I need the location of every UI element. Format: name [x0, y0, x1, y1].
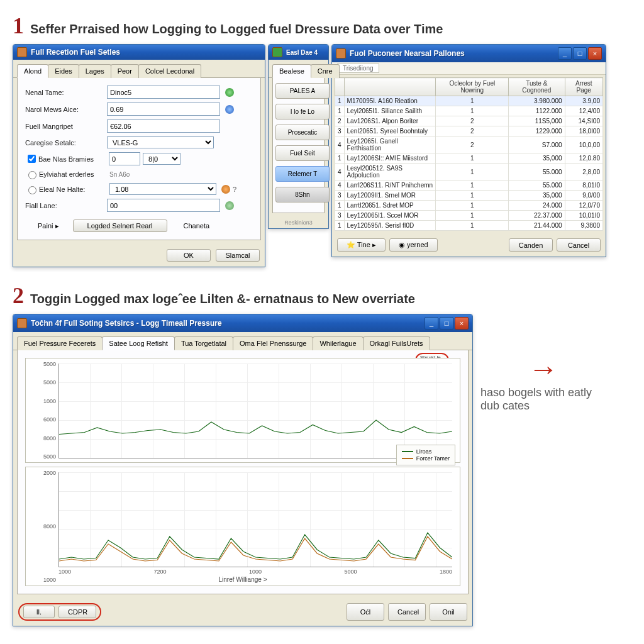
table-row[interactable]: 1M170095I. A160 Rieation13.980.0003.9,00	[335, 96, 603, 106]
ok-button[interactable]: OK	[167, 249, 211, 262]
fuell-mangripet-label: Fuell Mangripet	[25, 123, 107, 130]
table-row[interactable]: 3LenI20651. Syreel Boohntaly21229.00018,…	[335, 126, 603, 136]
odl-button[interactable]: Oćl	[347, 603, 384, 621]
tine-button[interactable]: ⭐ Tine ▸	[337, 238, 386, 252]
canden-button[interactable]: Canden	[509, 238, 553, 252]
col-header[interactable]	[344, 78, 436, 96]
slamcal-button[interactable]: Slamcal	[216, 249, 260, 262]
table-row[interactable]: 1Ley120595/I. Serisl fI0D121.44.0009,380…	[335, 221, 603, 231]
close-button[interactable]: ×	[588, 47, 602, 60]
eleal-label: Eleal Ne Halte:	[39, 186, 109, 193]
paini-link[interactable]: Paini ▸	[38, 222, 59, 230]
tab-tua-torgetlatal[interactable]: Tua Torgetlatal	[174, 336, 233, 350]
maximize-button[interactable]: □	[440, 317, 453, 330]
col-header[interactable]: Arrest Page	[565, 78, 602, 96]
tab-colcel-lecdonal[interactable]: Colcel Lecdonal	[138, 64, 201, 78]
table-row[interactable]: 1Lay12006SI:: AMIE Miisstord135,00012,0.…	[335, 153, 603, 164]
eywahat-radio[interactable]	[28, 171, 36, 179]
warn-icon[interactable]	[221, 185, 230, 194]
table-row[interactable]: 4LesyI200512. SA9S Adpoluction155.0002,8…	[335, 164, 603, 180]
maximize-button[interactable]: □	[573, 47, 587, 60]
fuel-settings-window: Full Recetion Fuel Setles AlondEidesLage…	[13, 44, 265, 267]
eleal-select[interactable]: 1.08	[109, 183, 216, 195]
close-button[interactable]: ×	[455, 317, 469, 330]
bae-mias-check[interactable]	[28, 155, 36, 163]
side-pales-a[interactable]: PALES A	[275, 83, 330, 99]
refresh-icon[interactable]	[225, 201, 234, 210]
legend: Liroas Forcer Tamer	[396, 445, 455, 465]
step2-number: 2	[13, 282, 24, 309]
middle-panel-window: Easl Dae 4 BealeseCnre PALES AI lo fe Lo…	[268, 44, 329, 229]
eleal-radio[interactable]	[28, 186, 36, 194]
app-icon	[17, 318, 27, 328]
tab-fuel-pressure-fecerets[interactable]: Fuel Pressure Fecerets	[17, 336, 103, 350]
tab-orkagl-fuilsurets[interactable]: Orkagl FuilsUrets	[363, 336, 430, 350]
app-icon	[17, 47, 27, 57]
cdpr-button[interactable]: CDPR	[58, 606, 96, 618]
tab-oma-flel-pnenssurge[interactable]: Oma Flel Pnenssurge	[233, 336, 313, 350]
bae-mias-b[interactable]: 8|0	[143, 153, 180, 165]
fuell-mangripet-input[interactable]	[107, 119, 220, 133]
side-fuel-seit[interactable]: Fuel Seit	[275, 145, 330, 161]
table-row[interactable]: 2Lav1206S1. Alpon Boriter211S5,00014,SI0…	[335, 116, 603, 126]
onil-button[interactable]: Onil	[430, 603, 467, 621]
minimize-button[interactable]: _	[425, 317, 438, 330]
left-a-button[interactable]: ll.	[23, 606, 55, 618]
tab-lages[interactable]: Lages	[79, 64, 111, 78]
tab-cnre[interactable]: Cnre	[311, 64, 340, 78]
table-row[interactable]: 3Ley120065I1. Sccel MOR122.37.00010,01I0	[335, 211, 603, 221]
window-title: Full Recetion Fuel Setles	[31, 48, 261, 57]
side-i-lo-fe-lo[interactable]: I lo fe Lo	[275, 104, 330, 119]
col-header[interactable]: Ocleolor by Fuel Nowring	[436, 78, 509, 96]
col-header[interactable]	[335, 78, 345, 96]
data-table-window: Fuol Puconeer Nearsal Pallones _ □ × Tri…	[331, 44, 606, 257]
nenal-tame-input[interactable]	[107, 86, 220, 99]
subtab[interactable]: Trisediiong	[337, 64, 379, 73]
table-row[interactable]: 4Ley12065I. Ganell Ferthisattion2S7.0001…	[335, 136, 603, 153]
tab-alond[interactable]: Alond	[17, 64, 48, 78]
side-note: haso bogels with eatly dub cates	[480, 386, 606, 413]
table-row[interactable]: 3Lay12009Il1. Srnel MOR135,0009,0/00	[335, 191, 603, 201]
tab-satee-loog-refisht[interactable]: Satee Loog Refisht	[102, 336, 175, 350]
bae-mias-label: Bae Nlas Bramies	[38, 155, 109, 163]
side-prosecatic[interactable]: Prosecatic	[275, 125, 330, 140]
arrow-icon: →	[528, 352, 558, 386]
table-row[interactable]: 1LarrtI20651. Sdret MOP124.00012,0/70	[335, 201, 603, 211]
footer-text: Reskinion3	[269, 217, 328, 228]
cancel-button[interactable]: Cancel	[388, 603, 426, 621]
table-row[interactable]: 4LarrI206S11. R/NT Pnihchemn155.0008,01I…	[335, 180, 603, 191]
window-title: Toĉhn 4f Full Soting Setsircs - Logg Tim…	[31, 319, 425, 328]
bae-mias-a[interactable]	[109, 152, 140, 165]
help-icon[interactable]: ?	[233, 186, 236, 193]
cancel-button[interactable]: Cancel	[557, 238, 601, 252]
app-icon	[272, 47, 282, 57]
step1-title: Seffer Prraised how Logging to Logged fu…	[30, 22, 443, 36]
narol-mews-input[interactable]	[107, 103, 220, 116]
col-header[interactable]: Tuste & Cognoned	[509, 78, 565, 96]
step2-title: Toggin Logged max logeˆee Lilten &- erna…	[30, 292, 415, 306]
tab-eides[interactable]: Eides	[48, 64, 79, 78]
chart-top	[58, 364, 452, 458]
side-8shn[interactable]: 8Shn	[275, 187, 330, 203]
tab-whilerlague[interactable]: Whilerlague	[313, 336, 363, 350]
table-row[interactable]: 1Leyl2065I1. Siliance Sailith11122.00012…	[335, 106, 603, 116]
step1-number: 1	[13, 13, 24, 39]
chart-window: Toĉhn 4f Full Soting Setsircs - Logg Tim…	[13, 314, 473, 626]
tab-bealese[interactable]: Bealese	[272, 64, 311, 78]
minimize-button[interactable]: _	[558, 47, 572, 60]
logged-button[interactable]: Logded Selnert Rearl	[73, 219, 167, 232]
chart-bottom	[58, 472, 452, 567]
fiall-label: Fiall Lane:	[25, 202, 107, 209]
narol-mews-label: Narol Mews Aice:	[25, 106, 107, 113]
tab-peor[interactable]: Peor	[111, 64, 139, 78]
side-relemer-t[interactable]: Relemer T	[275, 166, 330, 182]
info-icon[interactable]	[225, 88, 234, 97]
info-icon[interactable]	[225, 105, 234, 114]
caregise-label: Caregise Setalc:	[25, 139, 107, 147]
app-icon	[336, 48, 346, 58]
yerned-button[interactable]: ◉ yerned	[389, 238, 438, 252]
x-axis-label: Linref Williange >	[28, 576, 457, 583]
chaneta-link[interactable]: Chaneta	[184, 222, 210, 230]
fiall-input[interactable]	[107, 199, 220, 212]
caregise-select[interactable]: VLES-G	[107, 136, 214, 148]
